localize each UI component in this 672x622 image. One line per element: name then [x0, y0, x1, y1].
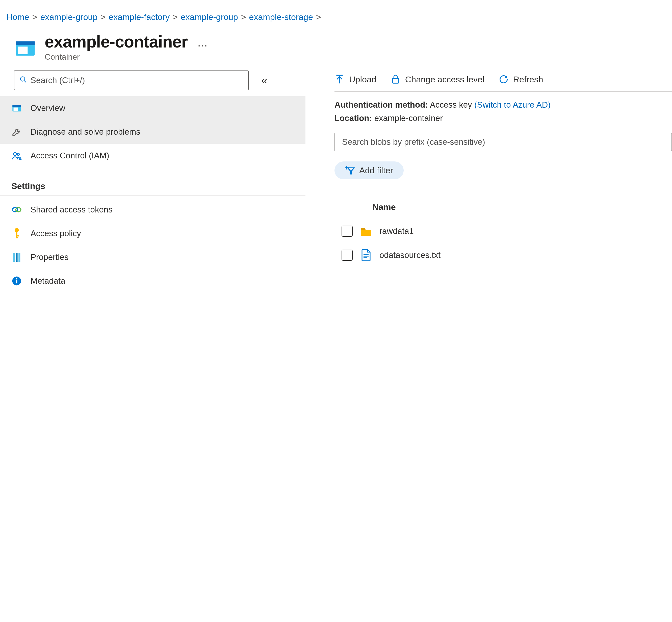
svg-point-9 — [17, 153, 20, 156]
svg-point-3 — [21, 76, 25, 81]
svg-point-23 — [16, 278, 17, 280]
breadcrumb-factory[interactable]: example-factory — [109, 12, 170, 22]
sidebar-item-label: Diagnose and solve problems — [31, 127, 140, 137]
svg-rect-26 — [393, 78, 398, 83]
filter-icon — [345, 166, 355, 175]
sidebar-item-access-policy[interactable]: Access policy — [0, 221, 305, 245]
tool-label: Change access level — [405, 74, 484, 84]
meta-block: Authentication method: Access key (Switc… — [334, 92, 672, 133]
blob-search[interactable] — [334, 133, 672, 151]
add-filter-label: Add filter — [359, 166, 393, 175]
sidebar-search[interactable] — [14, 70, 249, 90]
sidebar-item-overview[interactable]: Overview — [0, 96, 305, 120]
toolbar: Upload Change access level Refresh — [334, 70, 672, 92]
svg-rect-17 — [16, 237, 18, 239]
sidebar-search-input[interactable] — [31, 75, 243, 85]
people-icon — [11, 150, 22, 161]
breadcrumb-sep: > — [31, 12, 39, 22]
breadcrumb-sep: > — [171, 12, 179, 22]
svg-point-13 — [16, 208, 21, 212]
page-title: example-container — [45, 32, 188, 51]
sidebar-item-diagnose[interactable]: Diagnose and solve problems — [0, 120, 305, 144]
tool-label: Refresh — [513, 74, 543, 84]
page-header: example-container ⋯ Container — [0, 32, 672, 70]
sidebar: « Overview Diagnose and solve problems A… — [0, 70, 305, 293]
sidebar-item-label: Shared access tokens — [31, 205, 113, 214]
folder-icon — [360, 225, 372, 238]
tool-label: Upload — [349, 74, 376, 84]
breadcrumb-group1[interactable]: example-group — [40, 12, 98, 22]
sidebar-item-properties[interactable]: Properties — [0, 245, 305, 269]
svg-marker-27 — [348, 168, 354, 174]
breadcrumb: Home> example-group> example-factory> ex… — [0, 0, 672, 32]
breadcrumb-group2[interactable]: example-group — [181, 12, 238, 22]
sidebar-item-iam[interactable]: Access Control (IAM) — [0, 144, 305, 168]
svg-rect-2 — [18, 46, 28, 54]
svg-rect-7 — [14, 108, 18, 111]
add-filter-button[interactable]: Add filter — [334, 162, 404, 179]
svg-rect-20 — [18, 253, 20, 262]
table-row[interactable]: rawdata1 — [334, 219, 672, 243]
row-checkbox[interactable] — [342, 226, 353, 237]
sidebar-item-label: Access Control (IAM) — [31, 151, 109, 161]
table-head: Name — [334, 195, 672, 219]
refresh-icon — [498, 74, 509, 84]
row-checkbox[interactable] — [342, 250, 353, 261]
svg-point-10 — [19, 158, 21, 160]
lock-icon — [390, 74, 401, 84]
breadcrumb-home[interactable]: Home — [6, 12, 29, 22]
page-subtitle: Container — [45, 52, 208, 62]
sidebar-section-settings: Settings — [0, 168, 305, 196]
container-icon — [14, 37, 37, 59]
info-icon — [11, 276, 22, 286]
auth-switch-link[interactable]: (Switch to Azure AD) — [474, 100, 551, 109]
sidebar-item-metadata[interactable]: Metadata — [0, 269, 305, 293]
content: « Overview Diagnose and solve problems A… — [0, 70, 672, 293]
location-value: example-container — [374, 113, 443, 123]
row-name: rawdata1 — [379, 227, 414, 236]
svg-rect-19 — [16, 253, 17, 262]
svg-rect-6 — [12, 105, 21, 107]
upload-button[interactable]: Upload — [334, 74, 376, 84]
collapse-sidebar-icon[interactable]: « — [261, 74, 267, 87]
container-icon — [11, 103, 22, 113]
search-icon — [20, 76, 27, 85]
svg-rect-18 — [13, 253, 15, 262]
breadcrumb-sep: > — [99, 12, 107, 22]
sidebar-item-label: Access policy — [31, 229, 81, 238]
more-actions-icon[interactable]: ⋯ — [197, 40, 208, 51]
table-row[interactable]: odatasources.txt — [334, 243, 672, 267]
wrench-icon — [11, 127, 22, 137]
location-label: Location: — [334, 113, 372, 123]
svg-rect-16 — [16, 235, 19, 237]
file-icon — [360, 249, 372, 262]
sidebar-item-shared-tokens[interactable]: Shared access tokens — [0, 198, 305, 221]
row-name: odatasources.txt — [379, 250, 441, 260]
auth-label: Authentication method: — [334, 100, 428, 109]
blob-table: Name rawdata1 odatasources.txt — [334, 195, 672, 267]
column-name[interactable]: Name — [372, 202, 396, 212]
sidebar-item-label: Overview — [31, 103, 65, 113]
breadcrumb-sep: > — [314, 12, 323, 22]
key-icon — [11, 228, 22, 239]
blob-search-input[interactable] — [342, 137, 664, 147]
sidebar-item-label: Metadata — [31, 276, 65, 286]
main-panel: Upload Change access level Refresh Authe… — [305, 70, 672, 293]
refresh-button[interactable]: Refresh — [498, 74, 543, 84]
svg-line-11 — [21, 159, 22, 160]
breadcrumb-sep: > — [239, 12, 248, 22]
svg-rect-22 — [16, 280, 17, 283]
svg-rect-1 — [16, 41, 35, 45]
change-access-button[interactable]: Change access level — [390, 74, 484, 84]
svg-line-4 — [24, 80, 26, 82]
link-icon — [11, 204, 22, 215]
svg-point-8 — [14, 152, 17, 156]
sidebar-item-label: Properties — [31, 252, 68, 262]
upload-icon — [334, 74, 345, 84]
breadcrumb-storage[interactable]: example-storage — [249, 12, 313, 22]
sliders-icon — [11, 252, 22, 263]
